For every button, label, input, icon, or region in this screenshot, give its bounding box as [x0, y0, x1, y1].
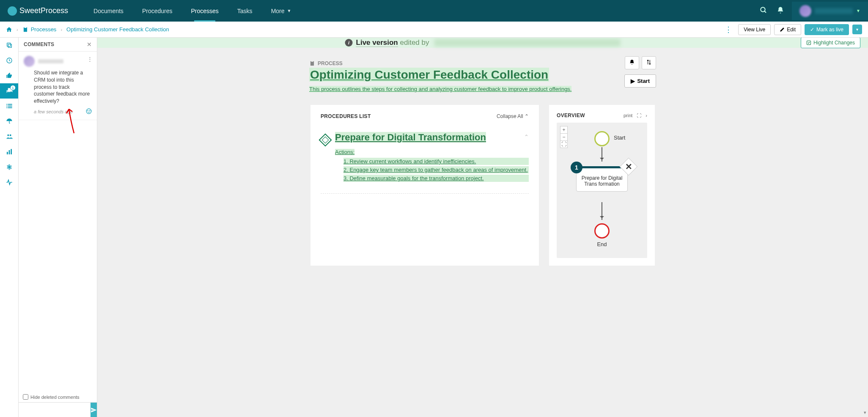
play-icon: ▶ — [631, 78, 635, 84]
mark-as-live-dropdown[interactable]: ▾ — [852, 25, 862, 34]
diamond-icon — [319, 133, 332, 146]
svg-rect-17 — [11, 149, 12, 154]
svg-rect-5 — [7, 43, 10, 47]
notify-button[interactable] — [625, 56, 639, 69]
nav-documents[interactable]: Documents — [84, 0, 133, 22]
pencil-icon — [780, 27, 785, 32]
main-content: i Live version edited by Highlight Chang… — [97, 38, 868, 417]
rail-comments[interactable]: 1 — [0, 83, 18, 99]
topbar-icons — [760, 6, 792, 16]
svg-rect-23 — [310, 61, 314, 66]
flow-start-node[interactable] — [594, 131, 610, 146]
svg-rect-10 — [8, 106, 12, 107]
chevron-right-icon: › — [60, 27, 62, 32]
svg-point-0 — [761, 7, 765, 12]
banner-redacted — [434, 39, 620, 47]
collapse-all-button[interactable]: Collapse All ⌃ — [497, 113, 529, 119]
chevron-right-icon: › — [16, 27, 18, 32]
edit-button[interactable]: Edit — [774, 24, 801, 35]
view-live-button[interactable]: View Live — [738, 24, 771, 35]
avatar — [799, 5, 811, 17]
rail-people[interactable] — [0, 129, 18, 144]
procedure-title[interactable]: Prepare for Digital Transformation — [335, 132, 486, 143]
actions-label: Actions: — [335, 149, 354, 155]
flow-start-label: Start — [614, 134, 625, 141]
brand-name: SweetProcess — [19, 6, 68, 15]
zoom-fit-button[interactable]: ⛶ — [560, 140, 568, 148]
breadcrumb-processes[interactable]: Processes — [22, 26, 57, 33]
action-item[interactable]: Define measurable goals for the transfor… — [343, 175, 529, 182]
action-item[interactable]: Engage key team members to gather feedba… — [343, 166, 529, 173]
comment-input[interactable] — [19, 403, 91, 417]
flow-step-title: Prepare for Digital Trans formation — [582, 175, 623, 187]
search-icon[interactable] — [760, 6, 767, 16]
svg-rect-4 — [8, 44, 11, 47]
rail-tasks[interactable] — [0, 99, 18, 114]
comment-author — [38, 59, 63, 63]
breadcrumb-current[interactable]: Optimizing Customer Feedback Collection — [66, 26, 169, 33]
actions-list: Review current workflows and identify in… — [343, 158, 529, 182]
top-bar: SweetProcess Documents Procedures Proces… — [0, 0, 868, 22]
svg-rect-3 — [24, 27, 26, 27]
breadcrumb-home[interactable] — [6, 26, 12, 33]
start-button[interactable]: ▶ Start — [624, 74, 656, 88]
info-icon: i — [345, 39, 353, 47]
flow-decision-icon[interactable]: ✕ — [620, 158, 637, 176]
kebab-menu-icon[interactable]: ⋮ — [722, 25, 735, 34]
nav-processes[interactable]: Processes — [181, 0, 228, 22]
zoom-in-button[interactable]: + — [560, 126, 568, 134]
zoom-out-button[interactable]: − — [560, 133, 568, 141]
nav-procedures[interactable]: Procedures — [133, 0, 182, 22]
process-description[interactable]: This process outlines the steps for coll… — [309, 86, 571, 92]
overview-panel: OVERVIEW print ⛶ › + − ⛶ Start — [549, 105, 655, 266]
user-menu[interactable]: ▼ — [792, 2, 868, 20]
svg-rect-24 — [311, 61, 313, 62]
collapse-item-button[interactable]: ⌃ — [524, 134, 529, 140]
comments-panel: COMMENTS ✕ ⋮ Should we integrate a CRM t… — [19, 38, 97, 417]
comment-menu-icon[interactable]: ⋮ — [87, 56, 93, 62]
svg-rect-9 — [6, 106, 7, 107]
bell-icon[interactable] — [777, 6, 784, 16]
emoji-react-button[interactable] — [86, 108, 92, 115]
process-title[interactable]: Optimizing Customer Feedback Collection — [309, 68, 549, 82]
print-button[interactable]: print — [624, 113, 632, 118]
send-comment-button[interactable] — [91, 403, 97, 417]
close-comments-button[interactable]: ✕ — [87, 41, 92, 48]
clipboard-icon — [309, 60, 315, 66]
flow-end-label: End — [597, 241, 607, 247]
nav-tasks[interactable]: Tasks — [228, 0, 262, 22]
rail-approve[interactable] — [0, 68, 18, 83]
reorder-button[interactable] — [642, 56, 656, 69]
rail-activity[interactable] — [0, 175, 18, 190]
flow-end-node[interactable] — [594, 223, 610, 239]
svg-rect-7 — [6, 104, 7, 105]
comment-item[interactable]: ⋮ Should we integrate a CRM tool into th… — [19, 52, 97, 120]
highlight-changes-button[interactable]: Highlight Changes — [801, 38, 860, 48]
comments-title: COMMENTS — [24, 41, 54, 47]
check-icon: ✓ — [810, 27, 814, 33]
chevron-right-icon[interactable]: › — [646, 113, 647, 118]
flowchart-canvas[interactable]: + − ⛶ Start 1 ✕ Prepare for Digital Tran… — [557, 123, 647, 258]
flow-arrow — [602, 147, 602, 162]
bell-icon — [629, 59, 635, 65]
rail-copy[interactable] — [0, 38, 18, 53]
rail-analytics[interactable] — [0, 144, 18, 159]
comment-body: Should we integrate a CRM tool into this… — [34, 69, 92, 105]
svg-rect-8 — [8, 104, 12, 105]
rail-umbrella[interactable] — [0, 114, 18, 129]
user-name — [815, 8, 853, 14]
svg-point-14 — [9, 134, 11, 136]
chevron-down-icon: ▼ — [856, 8, 860, 13]
rail-settings[interactable] — [0, 159, 18, 175]
svg-rect-15 — [7, 152, 8, 154]
hide-deleted-checkbox[interactable]: Hide deleted comments — [19, 392, 97, 402]
brand-logo[interactable]: SweetProcess — [0, 6, 76, 16]
chevron-down-icon: ▼ — [287, 8, 291, 13]
nav-more[interactable]: More ▼ — [262, 0, 301, 22]
rail-history[interactable] — [0, 53, 18, 68]
expand-icon[interactable]: ⛶ — [637, 113, 641, 118]
action-item[interactable]: Review current workflows and identify in… — [343, 158, 529, 165]
flow-step-node[interactable]: 1 ✕ Prepare for Digital Trans formation — [576, 167, 628, 192]
procedures-list-title: PROCEDURES LIST — [321, 113, 371, 119]
mark-as-live-button[interactable]: ✓ Mark as live — [805, 24, 849, 35]
